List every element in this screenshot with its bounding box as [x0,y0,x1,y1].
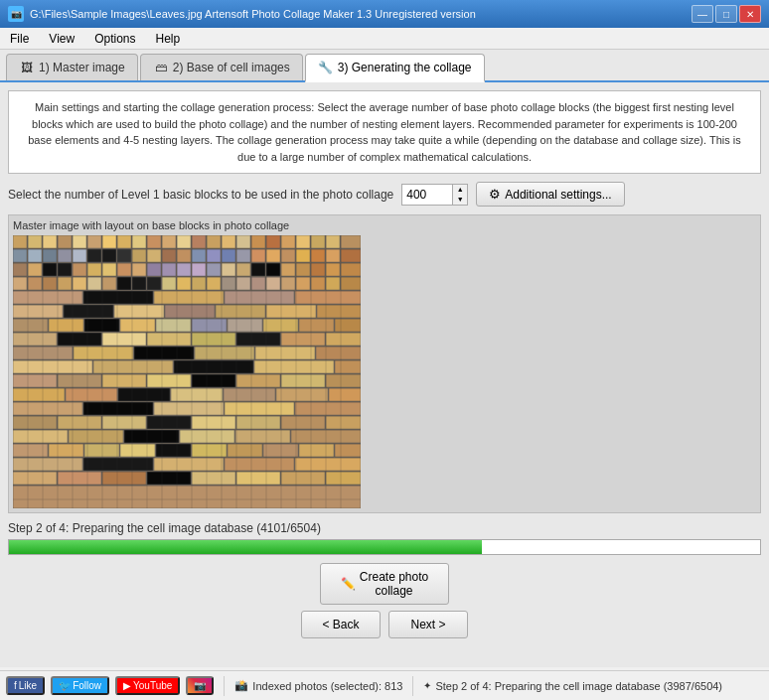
minimize-button[interactable]: — [692,5,713,23]
instagram-button[interactable]: 📷 [186,676,214,695]
info-box: Main settings and starting the collage g… [8,90,761,174]
svg-rect-112 [263,319,298,332]
facebook-like-button[interactable]: f Like [6,676,45,695]
svg-rect-146 [224,388,275,401]
close-button[interactable]: ✕ [739,5,761,23]
svg-rect-60 [207,263,221,276]
svg-rect-137 [147,374,191,387]
svg-rect-40 [251,249,265,262]
svg-rect-122 [326,333,361,346]
level-blocks-input[interactable] [402,185,452,205]
svg-rect-87 [266,277,280,290]
twitter-icon: 🐦 [59,680,71,691]
svg-rect-160 [281,416,325,429]
svg-rect-147 [276,388,328,401]
svg-rect-126 [195,347,254,359]
svg-rect-166 [235,430,290,443]
svg-rect-92 [341,277,361,290]
svg-rect-152 [225,402,294,415]
svg-rect-53 [102,263,116,276]
svg-rect-85 [236,277,250,290]
svg-rect-117 [102,333,146,346]
svg-rect-49 [43,263,57,276]
svg-rect-52 [87,263,101,276]
svg-rect-189 [281,472,325,485]
create-photo-collage-button[interactable]: ✏️ Create photocollage [320,563,449,605]
svg-rect-76 [102,277,116,290]
svg-rect-66 [296,263,310,276]
svg-rect-179 [83,458,153,471]
status-separator-2 [412,676,413,696]
menu-options[interactable]: Options [90,32,139,46]
svg-rect-187 [192,472,235,485]
svg-rect-145 [171,388,223,401]
svg-rect-9 [132,235,146,248]
tab-base-label: 2) Base of cell images [173,61,290,74]
svg-rect-127 [255,347,315,359]
tab-master-label: 1) Master image [39,61,125,74]
svg-rect-69 [341,263,361,276]
svg-rect-26 [43,249,57,262]
next-button[interactable]: Next > [388,611,468,638]
svg-rect-74 [73,277,86,290]
svg-rect-14 [207,235,221,248]
tab-generate[interactable]: 🔧 3) Generating the collage [305,54,485,82]
twitter-follow-button[interactable]: 🐦 Follow [51,676,109,695]
svg-rect-3 [43,235,57,248]
menu-file[interactable]: File [6,32,33,46]
svg-rect-5 [73,235,86,248]
camera-icon: 📸 [234,679,248,692]
svg-rect-8 [117,235,131,248]
spin-up-button[interactable]: ▲ [453,185,467,195]
svg-rect-149 [13,402,82,415]
svg-rect-188 [236,472,280,485]
svg-rect-20 [296,235,310,248]
svg-rect-96 [225,291,294,304]
maximize-button[interactable]: □ [715,5,737,23]
svg-rect-13 [192,235,206,248]
back-button[interactable]: < Back [301,611,381,638]
svg-rect-142 [13,388,65,401]
menu-help[interactable]: Help [152,32,185,46]
svg-rect-94 [83,291,153,304]
twitter-follow-label: Follow [73,680,101,691]
step-status-label: Step 2 of 4: Preparing the cell image da… [435,680,722,692]
svg-rect-95 [154,291,224,304]
step-status-section: ✦ Step 2 of 4: Preparing the cell image … [423,680,722,692]
svg-rect-72 [43,277,57,290]
youtube-button[interactable]: ▶ YouTube [115,676,180,695]
svg-rect-100 [114,305,164,318]
tab-base[interactable]: 🗃 2) Base of cell images [140,54,303,80]
additional-settings-button[interactable]: ⚙ Additional settings... [476,182,624,207]
svg-rect-31 [117,249,131,262]
svg-rect-133 [335,360,361,373]
svg-rect-184 [58,472,101,485]
title-bar: 📷 G:\Files\Sample Images\Leaves.jpg Arte… [0,0,769,28]
svg-rect-17 [251,235,265,248]
svg-rect-59 [192,263,206,276]
tab-master[interactable]: 🖼 1) Master image [6,54,138,80]
menu-view[interactable]: View [45,32,78,46]
generate-tab-icon: 🔧 [318,60,334,75]
svg-rect-11 [162,235,176,248]
svg-rect-55 [132,263,146,276]
svg-rect-135 [58,374,101,387]
main-content: Main settings and starting the collage g… [0,82,769,667]
svg-rect-141 [326,374,361,387]
svg-rect-170 [84,444,119,457]
svg-rect-23 [341,235,361,248]
svg-rect-78 [132,277,146,290]
svg-rect-35 [177,249,191,262]
svg-rect-172 [156,444,191,457]
youtube-icon: ▶ [123,680,131,691]
status-separator-1 [224,676,225,696]
create-button-row: ✏️ Create photocollage [8,563,761,605]
indexed-photos-section: 📸 Indexed photos (selected): 813 [234,679,402,692]
svg-rect-136 [102,374,146,387]
app-icon: 📷 [8,6,24,22]
indexed-photos-label: Indexed photos (selected): 813 [252,680,402,692]
additional-settings-label: Additional settings... [505,188,611,202]
svg-rect-1 [13,235,27,248]
svg-rect-120 [236,333,280,346]
spin-down-button[interactable]: ▼ [453,195,467,205]
